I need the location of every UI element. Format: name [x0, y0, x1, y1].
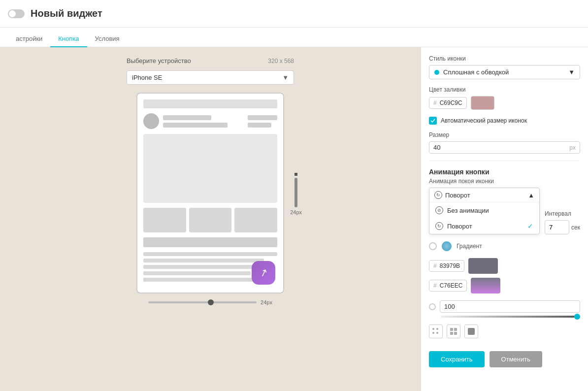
animation-row: Анимация покоя иконки ↻ Поворот ▲ [429, 178, 580, 234]
phone-fab-button[interactable]: ↗ [252, 261, 275, 285]
pattern-box-3[interactable] [464, 325, 478, 338]
scroll-dot [294, 173, 297, 176]
size-value: 40 [433, 144, 440, 151]
size-input[interactable]: 40 px [429, 141, 580, 154]
opacity-slider[interactable] [441, 316, 580, 318]
phone-line-4 [143, 271, 251, 275]
opacity-value: 100 [444, 303, 455, 310]
option-rotate-check: ✓ [527, 222, 533, 230]
opacity-handle[interactable] [574, 314, 580, 320]
phone-image-area [143, 134, 277, 203]
pattern-box-2[interactable] [447, 325, 460, 338]
opacity-radio[interactable] [429, 303, 436, 310]
phone-line-2 [143, 259, 264, 262]
size-unit: px [569, 144, 576, 151]
opacity-input[interactable]: 100 [440, 300, 580, 313]
interval-wrap: Интервал 7 сек [545, 210, 580, 234]
gradient-color1-hex: 83979B [440, 262, 460, 269]
option-rotate-label: Поворот [447, 223, 472, 230]
divider-1 [429, 161, 580, 161]
anim-rotate-icon: ↻ [435, 222, 443, 230]
save-button[interactable]: Сохранить [429, 351, 485, 367]
anim-no-anim-icon: ⊘ [435, 206, 443, 214]
animation-selected-value: Поворот [445, 192, 470, 199]
px-label-bottom: 24px [261, 299, 272, 305]
pd2 [436, 328, 438, 330]
animation-option-none[interactable]: ⊘ Без анимации [429, 202, 539, 218]
fill-color-hex: C69C9C [440, 99, 462, 106]
gradient-swatch-dark[interactable] [468, 258, 498, 274]
phone-banner [143, 237, 277, 247]
scroll-thumb [294, 178, 297, 207]
phone-line-1 [143, 252, 277, 256]
fill-color-input[interactable]: # C69C9C [429, 97, 467, 109]
phone-text-block-2 [248, 115, 277, 128]
auto-size-label: Автоматический размер иконок [441, 117, 527, 124]
tab-button[interactable]: Кнопка [50, 31, 87, 47]
horizontal-slider[interactable] [148, 301, 257, 303]
gradient-label: Градиент [457, 243, 482, 250]
gradient-row-2: # C76EEC [429, 278, 580, 293]
left-panel: Выберите устройство 320 x 568 iPhone SE … [0, 47, 421, 391]
right-panel: Стиль иконки Сплошная с обводкой ▼ Цвет … [421, 47, 588, 391]
cancel-button[interactable]: Отменить [490, 351, 542, 367]
icon-style-value: Сплошная с обводкой [443, 68, 509, 76]
animation-dropdown[interactable]: ↻ Поворот ▲ ⊘ Без анимации ↻ [429, 188, 540, 234]
device-dropdown-value: iPhone SE [132, 74, 162, 81]
app-header: Новый виджет [0, 0, 588, 28]
phone-line-5 [143, 278, 257, 282]
gradient-radio[interactable] [429, 242, 437, 250]
interval-input-row: 7 сек [545, 220, 580, 234]
animation-selected-row: ↻ Поворот [434, 191, 470, 199]
animation-idle-label: Анимация покоя иконки [429, 178, 540, 185]
pc4 [454, 332, 457, 335]
gradient-color2-input[interactable]: # C76EEC [429, 280, 467, 292]
icon-style-section: Стиль иконки Сплошная с обводкой ▼ [429, 55, 580, 79]
gradient-colors-section: # 83979B # C76EEC [429, 258, 580, 293]
device-selector-row: Выберите устройство 320 x 568 [127, 57, 294, 65]
phone-text-line-1 [163, 115, 211, 120]
phone-card-3 [234, 208, 277, 232]
pattern-dots-icon [432, 328, 439, 335]
device-dropdown[interactable]: iPhone SE ▼ [127, 70, 294, 85]
phone-avatar [143, 113, 159, 129]
tab-conditions[interactable]: Условия [87, 31, 128, 47]
bottom-slider-row: 24px [148, 299, 272, 305]
size-section: Размер 40 px [429, 131, 580, 154]
icon-style-label: Стиль иконки [429, 55, 580, 62]
phone-text-block [163, 115, 244, 128]
gradient-swatch-purple[interactable] [471, 278, 500, 293]
pattern-box-1[interactable] [429, 325, 443, 338]
gradient-color2-hex: C76EEC [440, 282, 463, 289]
phone-text-line-2 [163, 123, 228, 128]
pattern-grid-icon [450, 328, 457, 335]
animation-chevron-up: ▲ [528, 192, 534, 199]
pd3 [432, 332, 434, 334]
animation-dropdown-header[interactable]: ↻ Поворот ▲ [429, 188, 539, 202]
animation-title: Анимация кнопки [429, 168, 580, 176]
auto-size-checkbox[interactable] [429, 117, 437, 125]
animation-section: Анимация кнопки Анимация покоя иконки ↻ … [429, 168, 580, 234]
pc1 [450, 328, 453, 331]
interval-unit: сек [571, 224, 580, 231]
interval-label: Интервал [545, 210, 580, 217]
pd4 [436, 332, 438, 334]
pattern-row [429, 325, 580, 338]
icon-style-dot [434, 70, 439, 75]
animation-option-rotate[interactable]: ↻ Поворот ✓ [429, 218, 539, 234]
gradient-color1-input[interactable]: # 83979B [429, 260, 464, 272]
fill-color-row: # C69C9C [429, 96, 580, 110]
icon-style-select[interactable]: Сплошная с обводкой ▼ [429, 65, 580, 79]
slider-thumb[interactable] [208, 299, 214, 305]
pc2 [454, 328, 457, 331]
interval-input[interactable]: 7 [545, 220, 569, 234]
px-label-right: 24px [290, 209, 302, 215]
animation-idle-wrap: Анимация покоя иконки ↻ Поворот ▲ [429, 178, 540, 234]
gradient-dot-icon [442, 241, 452, 251]
fill-color-swatch[interactable] [471, 96, 494, 110]
widget-toggle[interactable] [8, 9, 25, 18]
phone-frame: ↗ [136, 93, 284, 293]
tab-settings[interactable]: астройки [8, 31, 50, 47]
check-icon [430, 118, 435, 123]
gradient-radio-row: Градиент [429, 241, 580, 251]
